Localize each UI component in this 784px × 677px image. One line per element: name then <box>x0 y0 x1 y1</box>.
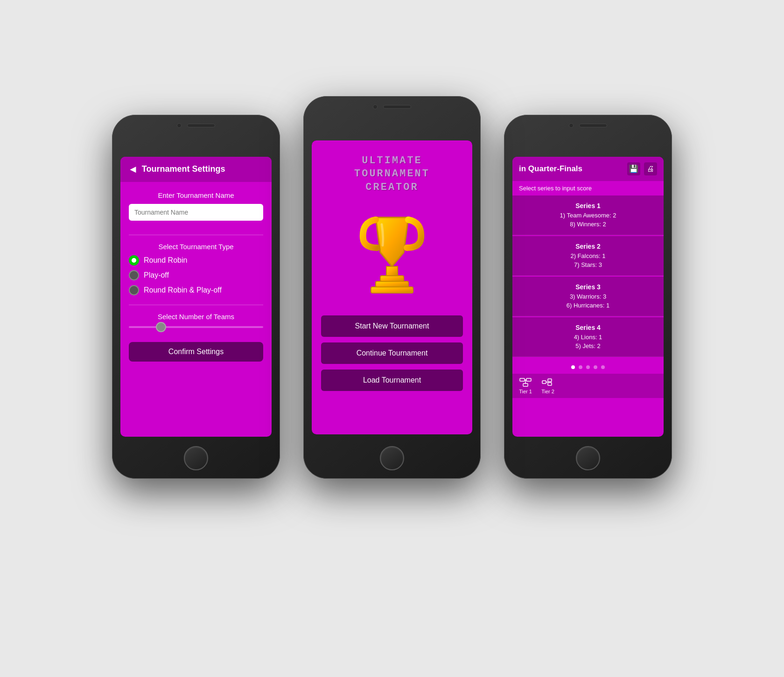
svg-rect-3 <box>371 287 413 293</box>
left-speaker <box>187 124 215 127</box>
left-camera <box>177 123 182 128</box>
series-3-team1: 3) Warriors: 3 <box>519 292 657 301</box>
radio-label-playoff: Play-off <box>144 271 169 279</box>
svg-rect-4 <box>520 378 525 381</box>
app-title-line2: TOURNAMENT <box>354 168 430 181</box>
continue-tournament-button[interactable]: Continue Tournament <box>321 342 463 364</box>
series-1-title: Series 1 <box>519 201 657 211</box>
left-content: Enter Tournament Name Select Tournament … <box>120 182 272 371</box>
name-section-label: Enter Tournament Name <box>129 191 263 199</box>
left-home-button[interactable] <box>184 446 208 470</box>
trophy-icon <box>350 208 434 301</box>
tournament-name-input[interactable] <box>129 204 263 221</box>
tier2-icon <box>541 377 554 387</box>
svg-rect-5 <box>526 378 531 381</box>
right-header: in Quarter-Finals 💾 🖨 <box>512 157 664 181</box>
radio-circle-round-robin <box>129 255 139 265</box>
series-item-4[interactable]: Series 4 4) Lions: 1 5) Jets: 2 <box>512 317 664 357</box>
dot-3[interactable] <box>586 365 590 369</box>
series-2-team2: 7) Stars: 3 <box>519 260 657 270</box>
footer-tab-tier2[interactable]: Tier 2 <box>541 377 554 394</box>
trophy-container <box>350 208 434 301</box>
scene: ◄ Tournament Settings Enter Tournament N… <box>112 59 672 619</box>
tier1-icon <box>519 377 532 387</box>
start-new-tournament-button[interactable]: Start New Tournament <box>321 315 463 337</box>
left-screen-wrapper: ◄ Tournament Settings Enter Tournament N… <box>120 157 272 437</box>
svg-rect-1 <box>380 276 404 281</box>
load-tournament-button[interactable]: Load Tournament <box>321 370 463 391</box>
series-list: Series 1 1) Team Awesome: 2 8) Winners: … <box>512 195 664 361</box>
dot-1[interactable] <box>571 365 575 369</box>
app-title: ULTIMATE TOURNAMENT CREATOR <box>354 154 430 195</box>
center-phone: ULTIMATE TOURNAMENT CREATOR <box>303 96 481 479</box>
series-2-team1: 2) Falcons: 1 <box>519 251 657 261</box>
dot-indicators <box>512 361 664 374</box>
divider-2 <box>129 305 263 305</box>
svg-rect-2 <box>376 281 408 287</box>
dot-4[interactable] <box>594 365 597 369</box>
center-buttons: Start New Tournament Continue Tournament… <box>321 315 463 391</box>
series-4-team1: 4) Lions: 1 <box>519 333 657 342</box>
center-speaker <box>383 105 411 109</box>
left-screen: ◄ Tournament Settings Enter Tournament N… <box>120 157 272 437</box>
radio-playoff[interactable]: Play-off <box>129 270 263 280</box>
radio-label-round-robin: Round Robin <box>144 256 187 265</box>
center-home-button[interactable] <box>380 446 404 470</box>
series-4-team2: 5) Jets: 2 <box>519 342 657 351</box>
series-item-2[interactable]: Series 2 2) Falcons: 1 7) Stars: 3 <box>512 236 664 276</box>
type-section-label: Select Tournament Type <box>129 243 263 251</box>
svg-rect-12 <box>548 383 552 385</box>
center-screen-wrapper: ULTIMATE TOURNAMENT CREATOR <box>312 140 472 434</box>
svg-rect-0 <box>386 266 398 276</box>
series-3-title: Series 3 <box>519 282 657 292</box>
series-item-1[interactable]: Series 1 1) Team Awesome: 2 8) Winners: … <box>512 195 664 235</box>
svg-rect-9 <box>542 381 546 384</box>
tier1-label: Tier 1 <box>519 389 532 394</box>
svg-rect-11 <box>548 379 552 382</box>
divider-1 <box>129 235 263 235</box>
radio-both[interactable]: Round Robin & Play-off <box>129 285 263 295</box>
radio-label-both: Round Robin & Play-off <box>144 286 222 294</box>
teams-slider-thumb[interactable] <box>156 322 166 332</box>
right-camera <box>569 123 574 128</box>
radio-circle-both <box>129 285 139 295</box>
right-subtitle: Select series to input score <box>512 181 664 195</box>
save-icon[interactable]: 💾 <box>627 162 640 175</box>
right-phone-notch <box>569 123 607 128</box>
radio-round-robin[interactable]: Round Robin <box>129 255 263 265</box>
left-phone: ◄ Tournament Settings Enter Tournament N… <box>112 115 280 479</box>
series-3-team2: 6) Hurricanes: 1 <box>519 301 657 310</box>
right-header-title: in Quarter-Finals <box>519 164 582 174</box>
series-1-team2: 8) Winners: 2 <box>519 220 657 229</box>
teams-section-label: Select Number of Teams <box>129 313 263 321</box>
tier2-label: Tier 2 <box>541 389 554 394</box>
series-1-team1: 1) Team Awesome: 2 <box>519 211 657 220</box>
app-title-line1: ULTIMATE <box>354 154 430 168</box>
print-icon[interactable]: 🖨 <box>644 162 657 175</box>
footer-tab-tier1[interactable]: Tier 1 <box>519 377 532 394</box>
right-footer: Tier 1 Tier 2 <box>512 374 664 398</box>
series-2-title: Series 2 <box>519 242 657 251</box>
right-home-button[interactable] <box>576 446 600 470</box>
left-header: ◄ Tournament Settings <box>120 157 272 182</box>
right-screen-wrapper: in Quarter-Finals 💾 🖨 Select series to i… <box>512 157 664 437</box>
center-phone-notch <box>373 105 411 109</box>
dot-5[interactable] <box>601 365 605 369</box>
dot-2[interactable] <box>579 365 582 369</box>
app-title-line3: CREATOR <box>354 181 430 195</box>
center-camera <box>373 105 378 109</box>
series-item-3[interactable]: Series 3 3) Warriors: 3 6) Hurricanes: 1 <box>512 277 664 316</box>
confirm-settings-button[interactable]: Confirm Settings <box>129 342 263 362</box>
right-speaker <box>579 124 607 127</box>
left-phone-notch <box>177 123 215 128</box>
series-4-title: Series 4 <box>519 323 657 333</box>
center-screen: ULTIMATE TOURNAMENT CREATOR <box>312 140 472 434</box>
back-button[interactable]: ◄ <box>128 163 138 175</box>
radio-circle-playoff <box>129 270 139 280</box>
teams-slider-track <box>129 326 263 328</box>
right-header-icons: 💾 🖨 <box>627 162 657 175</box>
right-screen: in Quarter-Finals 💾 🖨 Select series to i… <box>512 157 664 437</box>
right-phone: in Quarter-Finals 💾 🖨 Select series to i… <box>504 115 672 479</box>
settings-title: Tournament Settings <box>142 164 225 174</box>
svg-rect-8 <box>523 384 528 386</box>
